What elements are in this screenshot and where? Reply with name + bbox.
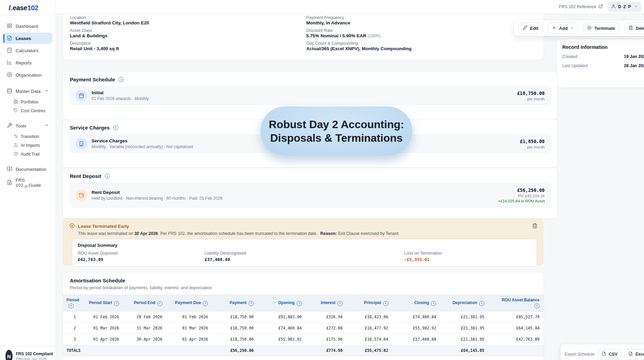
sidebar-item-label: Portfolios [21,100,38,104]
frs102-reference-link[interactable]: FRS 102 Reference [559,4,603,9]
payment-schedule-item[interactable]: Initial 01 Feb 2026 onwards · Monthly £1… [70,86,550,105]
pencil-icon [523,25,527,31]
rent-deposit-title: Rent Deposit [70,173,550,179]
sidebar-item-frs102-guide[interactable]: FRS 10220Guide [3,177,52,188]
app-logo: Lease102 [0,0,56,16]
info-icon[interactable] [203,301,208,306]
sidebar-item-cost-centres[interactable]: Cost Centres [3,106,52,115]
item-meta: Monthly · Variable (reconciled annually)… [92,144,193,149]
disposal-value: £42,763.89 [78,257,204,262]
rent-deposit-item[interactable]: Rent Deposit Held by Landlord · Non-inte… [70,183,550,207]
sidebar-item-documentation[interactable]: Documentation [3,163,52,175]
sidebar-item-dashboard[interactable]: Dashboard [3,20,52,32]
building-icon [76,138,87,149]
sidebar-item-transition[interactable]: Transition [3,132,52,141]
amortisation-title: Amortisation Schedule [70,278,537,283]
delete-button[interactable]: Delete [624,23,644,34]
circle-x-icon [69,223,75,229]
sidebar-item-portfolios[interactable]: Portfolios [3,98,52,106]
info-icon[interactable] [383,301,388,306]
field-value: Monthly, In Advance [306,20,412,26]
external-link-icon [599,4,603,9]
field-value: Westfield Stratford City, London E20 [70,20,149,26]
sidebar-item-label: Cost Centres [21,108,45,113]
sidebar-item-calculators[interactable]: Calculators [3,45,52,56]
wrench-icon [7,123,12,129]
export-excel-label: Excel [636,352,644,357]
edit-button[interactable]: Edit [519,23,543,34]
amortisation-subtitle: Period-by-period breakdown of payments, … [70,285,537,290]
sidebar-item-label: Dashboard [16,24,38,29]
field-label: Asset Class [70,28,149,33]
termination-reason-value: Exit Clause exercised by Tenant [338,231,398,236]
sidebar-group-tools[interactable]: Tools [3,120,52,132]
guide-subscript: 20 [24,185,28,188]
info-icon[interactable] [337,301,343,306]
field-label: Payment Frequency [306,15,412,20]
sidebar-item-organisation[interactable]: Organisation [3,69,52,81]
record-label: Last Updated [562,63,587,68]
add-button[interactable]: Add [548,23,578,34]
item-meta: 01 Feb 2026 onwards · Monthly [92,96,149,101]
info-icon[interactable] [479,301,484,306]
disposal-label: Liability Derecognised [204,251,404,256]
calculator-icon [7,47,12,54]
sidebar-item-reports[interactable]: Reports [3,57,52,68]
sidebar-group-label: Tools [16,123,26,128]
info-icon[interactable] [69,303,74,308]
person-icon [611,4,616,10]
item-amount: £56,250.00 [498,187,545,193]
sidebar-group-master-data[interactable]: Master Data [3,85,52,97]
sidebar-item-label: Leases [16,36,31,41]
info-icon[interactable] [157,301,162,306]
chevron-down-icon [570,26,574,31]
field-label: Description [70,41,149,46]
info-icon[interactable] [431,301,436,306]
info-icon[interactable] [118,77,123,82]
topbar: FRS 102 Reference D Z P [56,0,644,14]
export-csv-button[interactable]: CSV [598,349,621,359]
info-icon[interactable] [114,301,119,306]
export-bar: Export Schedule CSV Excel [561,344,644,360]
info-icon[interactable] [534,303,540,308]
trash-icon [628,25,633,31]
item-name: Service Charges [92,138,193,143]
briefcase-icon [14,99,18,105]
chevron-down-icon [634,4,638,9]
export-label: Export Schedule [565,352,594,357]
export-excel-button[interactable]: Excel [625,349,644,359]
spreadsheet-icon [628,352,633,357]
tag-icon [14,108,18,114]
sidebar-item-audit-trail[interactable]: Audit Trail [3,150,52,159]
rou-asset-note: +£14,025.84 to ROU Asset [498,199,545,203]
item-cadence: per month [520,145,545,149]
trash-icon[interactable] [532,223,538,230]
compliance-title: FRS 102 Compliant [16,352,53,356]
item-amount: £1,850.00 [520,139,545,144]
chevron-down-icon [44,123,49,128]
history-clock-icon [14,152,18,157]
sidebar-item-label: Organisation [16,73,42,78]
sidebar-item-ai-imports[interactable]: AI Imports [3,141,52,150]
disposal-value: £37,408.88 [204,257,404,262]
info-icon[interactable] [297,301,302,306]
terminate-button-label: Terminate [594,26,615,31]
logo-l: L [8,3,13,12]
upload-icon [14,143,18,148]
record-information-card: Record Information Created19 Jan 2026 La… [557,39,644,88]
field-value: Actual/365 (Excel XNPV), Monthly Compoun… [306,46,412,52]
item-name: Initial [92,90,149,95]
sidebar-item-leases[interactable]: Leases [3,33,52,44]
user-menu[interactable]: D Z P [608,2,641,12]
amortisation-table: PeriodPeriod StartPeriod EndPayment DueP… [63,295,544,356]
book-open-icon [7,166,12,173]
calendar-icon [76,90,87,101]
info-icon[interactable] [249,301,254,306]
disposal-summary: Disposal Summary ROU Asset Disposed £42,… [72,239,537,266]
info-icon[interactable] [113,125,118,130]
info-icon[interactable] [105,174,110,179]
table-row: 101 Feb 202628 Feb 202601 Feb 2026£18,75… [63,312,544,323]
plus-icon [552,25,557,31]
export-csv-label: CSV [609,352,618,357]
terminate-button[interactable]: Terminate [583,23,619,34]
